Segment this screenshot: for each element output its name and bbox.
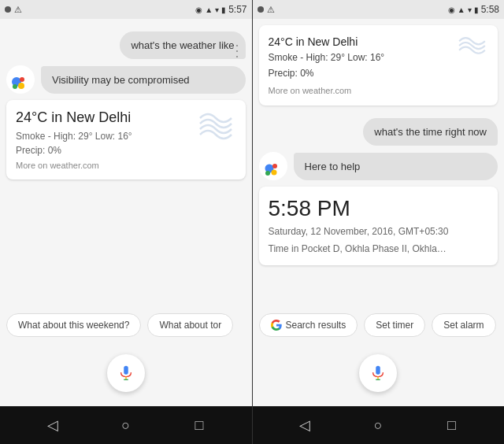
home-button-1[interactable]: ○: [110, 409, 142, 441]
home-button-2[interactable]: ○: [362, 409, 394, 441]
mic-area-1: [6, 346, 246, 400]
chip-label-search-results: Search results: [286, 320, 346, 331]
screen1-content: ⋮ what's the weather like Visibility may…: [0, 19, 252, 406]
weather-wave-icon: [196, 106, 239, 150]
screen2-content: 24°C in New Delhi Smoke - High: 29° Low:…: [253, 19, 505, 406]
nav-bar-1: ◁ ○ □: [0, 406, 253, 444]
chips-row-2: Search results Set timer Set alarm: [259, 313, 498, 340]
status-right-2: ◉ ▲ ▾ ▮ 5:58: [448, 4, 499, 15]
wifi-icon-2: ▾: [468, 6, 472, 14]
notification-dot-icon-2: [258, 6, 264, 13]
signal-bars-icon: ▲: [205, 6, 213, 14]
status-bar-2: ⚠ ◉ ▲ ▾ ▮ 5:58: [253, 0, 505, 19]
assistant-row-1: Visibility may be compromised: [6, 65, 246, 94]
wifi-icon: ▾: [215, 6, 219, 14]
weather-card-1: 24°C in New Delhi Smoke - High: 29° Low:…: [6, 100, 246, 179]
status-right-1: ◉ ▲ ▾ ▮ 5:57: [195, 4, 246, 15]
chip-label-set-timer: Set timer: [376, 320, 413, 331]
back-button-2[interactable]: ◁: [289, 409, 321, 441]
google-assistant-logo-1: [6, 65, 35, 94]
svg-point-12: [265, 171, 270, 176]
back-button-1[interactable]: ◁: [37, 409, 69, 441]
signal-bars-icon-2: ▲: [458, 6, 465, 14]
recent-button-2[interactable]: □: [435, 409, 467, 441]
location-pin-icon: ◉: [195, 6, 202, 14]
menu-dots-button[interactable]: ⋮: [229, 43, 244, 58]
svg-rect-6: [124, 366, 128, 375]
chip-set-alarm[interactable]: Set alarm: [432, 313, 495, 337]
assistant-row-2: Here to help: [259, 152, 498, 180]
svg-point-13: [272, 164, 277, 168]
battery-icon-2: ▮: [474, 6, 479, 14]
status-left-2: ⚠: [258, 5, 275, 15]
chip-label-tor: What about tor: [159, 320, 221, 331]
battery-icon: ▮: [221, 6, 226, 14]
time-display-2: 5:58 PM: [269, 196, 489, 221]
svg-point-5: [20, 77, 24, 82]
user-message-1: what's the weather like: [120, 31, 245, 59]
location-pin-icon-2: ◉: [448, 6, 455, 14]
warning-triangle-icon-2: ⚠: [267, 5, 275, 15]
chip-label-set-alarm: Set alarm: [443, 320, 484, 331]
chip-weekend[interactable]: What about this weekend?: [6, 313, 141, 337]
clock-time-2: 5:58: [481, 4, 499, 15]
screen-2: ⚠ ◉ ▲ ▾ ▮ 5:58 24°C in New Delhi Smoke -: [253, 0, 505, 406]
chips-row-1: What about this weekend? What about tor: [6, 313, 246, 340]
weather-wave-icon-2: [456, 31, 491, 67]
time-card-2: 5:58 PM Saturday, 12 November, 2016, GMT…: [259, 187, 498, 265]
svg-point-4: [13, 84, 17, 89]
mic-button-2[interactable]: [359, 354, 397, 392]
mic-button-1[interactable]: [107, 354, 145, 392]
weather-card-top-2: 24°C in New Delhi Smoke - High: 29° Low:…: [259, 25, 498, 105]
assistant-message-2: Here to help: [294, 153, 498, 180]
chip-set-timer[interactable]: Set timer: [364, 313, 425, 337]
chip-search-results[interactable]: Search results: [259, 313, 358, 337]
mic-area-2: [259, 346, 498, 400]
user-message-2: what's the time right now: [363, 118, 498, 146]
time-date-2: Saturday, 12 November, 2016, GMT+05:30: [269, 224, 489, 239]
warning-triangle-icon: ⚠: [14, 5, 22, 15]
weather-link-top-2[interactable]: More on weather.com: [269, 84, 489, 98]
google-g-icon: [271, 320, 282, 331]
weather-link-1[interactable]: More on weather.com: [16, 161, 236, 170]
weather-precip-top-2: Precip: 0%: [269, 66, 489, 81]
chip-label-weekend: What about this weekend?: [18, 320, 129, 331]
assistant-message-1: Visibility may be compromised: [41, 66, 246, 94]
svg-point-11: [271, 170, 276, 176]
screen-1: ⚠ ◉ ▲ ▾ ▮ 5:57 ⋮ what's the weather like: [0, 0, 253, 406]
nav-bar-2: ◁ ○ □: [253, 406, 505, 444]
clock-time-1: 5:57: [228, 4, 246, 15]
status-left-1: ⚠: [5, 5, 22, 15]
notification-dot-icon: [5, 6, 11, 13]
status-bar-1: ⚠ ◉ ▲ ▾ ▮ 5:57: [0, 0, 252, 19]
svg-rect-14: [376, 366, 381, 375]
google-assistant-logo-2: [259, 152, 287, 180]
mic-icon-1: [117, 364, 135, 382]
chip-tor[interactable]: What about tor: [147, 313, 233, 337]
mic-icon-2: [369, 364, 387, 382]
svg-point-2: [14, 80, 19, 84]
svg-point-3: [18, 83, 24, 89]
recent-button-1[interactable]: □: [183, 409, 215, 441]
time-location-2: Time in Pocket D, Okhla Phase II, Okhla…: [269, 242, 489, 256]
